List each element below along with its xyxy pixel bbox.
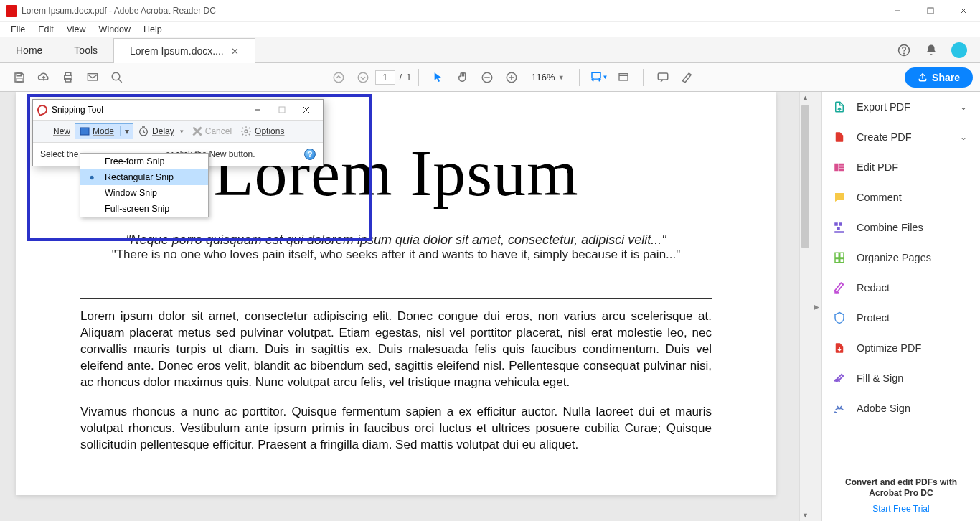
snip-cancel-label: Cancel [205,126,232,136]
scroll-thumb[interactable] [801,105,809,248]
app-icon [6,5,17,17]
maximize-button[interactable] [914,0,947,22]
rpanel-item-label: Organize Pages [857,252,931,263]
doc-paragraph: Lorem ipsum dolor sit amet, consectetur … [80,309,712,391]
menu-help[interactable]: Help [137,23,169,36]
menu-file[interactable]: File [4,23,32,36]
rpanel-item-fill-sign[interactable]: Fill & Sign [822,363,980,393]
separator [579,69,580,86]
scroll-down-icon[interactable]: ▼ [800,510,811,521]
menu-window[interactable]: Window [93,23,137,36]
mail-icon[interactable] [80,65,105,90]
tab-close-icon[interactable]: ✕ [231,46,239,57]
chevron-down-icon[interactable]: ⌄ [960,102,967,112]
share-label: Share [932,72,960,83]
menubar: File Edit View Window Help [0,22,980,37]
vertical-scrollbar[interactable]: ▲ ▼ [799,92,811,521]
page-input[interactable] [375,70,395,85]
tab-tools[interactable]: Tools [58,37,113,62]
tab-document-label: Lorem Ipsum.docx.... [130,45,224,57]
snip-delay-button[interactable]: Delay ▾ [133,123,188,140]
page-total: 1 [406,72,411,83]
snip-new-button[interactable]: New [36,123,75,139]
snip-maximize-button[interactable] [270,101,294,118]
help-icon[interactable]: ? [304,149,316,160]
gear-icon [240,126,252,137]
tool-icon [832,161,847,174]
snip-close-button[interactable] [294,101,319,118]
snip-mode-window-snip[interactable]: Window Snip [80,185,208,201]
snip-mode-button[interactable]: Mode ▾ [75,123,133,139]
svg-rect-26 [839,164,844,166]
svg-rect-25 [834,164,838,172]
svg-point-12 [112,72,120,80]
snip-status-pre: Select the [40,149,81,159]
svg-rect-22 [619,73,628,80]
save-icon[interactable] [7,65,32,90]
chevron-down-icon[interactable]: ▾ [120,126,130,136]
snip-mode-free-form-snip[interactable]: Free-form Snip [80,154,208,169]
search-icon[interactable] [105,65,129,90]
page-up-icon[interactable] [326,65,351,90]
snip-mode-menu[interactable]: Free-form Snip●Rectangular SnipWindow Sn… [80,153,209,217]
titlebar: Lorem Ipsum.docx.pdf - Adobe Acrobat Rea… [0,0,980,22]
chevron-down-icon[interactable]: ▾ [180,128,184,135]
comment-icon[interactable] [651,65,675,90]
pointer-icon[interactable] [426,65,451,90]
print-icon[interactable] [56,65,80,90]
menu-edit[interactable]: Edit [32,23,60,36]
tab-document[interactable]: Lorem Ipsum.docx.... ✕ [113,38,255,63]
snip-mode-label: Full-screen Snip [105,204,169,214]
snip-mode-full-screen-snip[interactable]: Full-screen Snip [80,201,208,217]
cloud-icon[interactable] [32,65,56,90]
start-trial-link[interactable]: Start Free Trial [822,501,980,521]
svg-rect-28 [839,169,844,171]
scissors-icon [36,103,49,116]
menu-view[interactable]: View [60,23,93,36]
rpanel-item-optimize-pdf[interactable]: Optimize PDF [822,333,980,363]
fit-width-icon[interactable]: ▼ [587,65,611,90]
rpanel-item-create-pdf[interactable]: Create PDF⌄ [822,122,980,152]
tab-home[interactable]: Home [0,37,58,62]
svg-point-14 [334,72,344,83]
snip-titlebar[interactable]: Snipping Tool [33,100,323,120]
rpanel-item-adobe-sign[interactable]: Adobe Sign [822,393,980,423]
window-title: Lorem Ipsum.docx.pdf - Adobe Acrobat Rea… [22,6,216,16]
zoom-out-icon[interactable] [475,65,499,90]
rpanel-item-redact[interactable]: Redact [822,273,980,303]
svg-point-5 [904,53,905,54]
help-icon[interactable] [897,43,911,57]
hand-icon[interactable] [451,65,475,90]
snip-mode-label: Window Snip [105,188,157,198]
rpanel-item-export-pdf[interactable]: Export PDF⌄ [822,92,980,122]
close-button[interactable] [947,0,980,22]
zoom-display[interactable]: 116%▼ [531,72,564,83]
rpanel-item-label: Redact [857,282,890,294]
rpanel-item-combine-files[interactable]: Combine Files [822,212,980,243]
rect-icon [80,127,90,136]
rpanel-item-label: Comment [857,192,902,203]
svg-rect-6 [17,73,21,76]
right-panel: Export PDF⌄Create PDF⌄Edit PDFCommentCom… [822,92,980,521]
rpanel-item-protect[interactable]: Protect [822,303,980,333]
minimize-button[interactable] [881,0,914,22]
chevron-down-icon[interactable]: ⌄ [960,132,967,142]
page-down-icon[interactable] [351,65,375,90]
tool-icon [832,311,847,324]
page-display-icon[interactable] [611,65,636,90]
rpanel-item-edit-pdf[interactable]: Edit PDF [822,152,980,182]
snip-options-button[interactable]: Options [236,123,288,140]
avatar[interactable] [951,42,967,58]
rpanel-item-comment[interactable]: Comment [822,182,980,212]
svg-line-13 [118,79,122,83]
snip-minimize-button[interactable] [245,101,270,118]
zoom-in-icon[interactable] [499,65,524,90]
snip-mode-rectangular-snip[interactable]: ●Rectangular Snip [80,169,208,185]
scroll-up-icon[interactable]: ▲ [800,92,811,103]
share-button[interactable]: Share [905,67,973,88]
svg-rect-7 [17,78,22,81]
panel-toggle[interactable]: ▶ [811,92,822,521]
bell-icon[interactable] [924,43,938,57]
rpanel-item-organize-pages[interactable]: Organize Pages [822,243,980,273]
highlight-icon[interactable] [675,65,699,90]
